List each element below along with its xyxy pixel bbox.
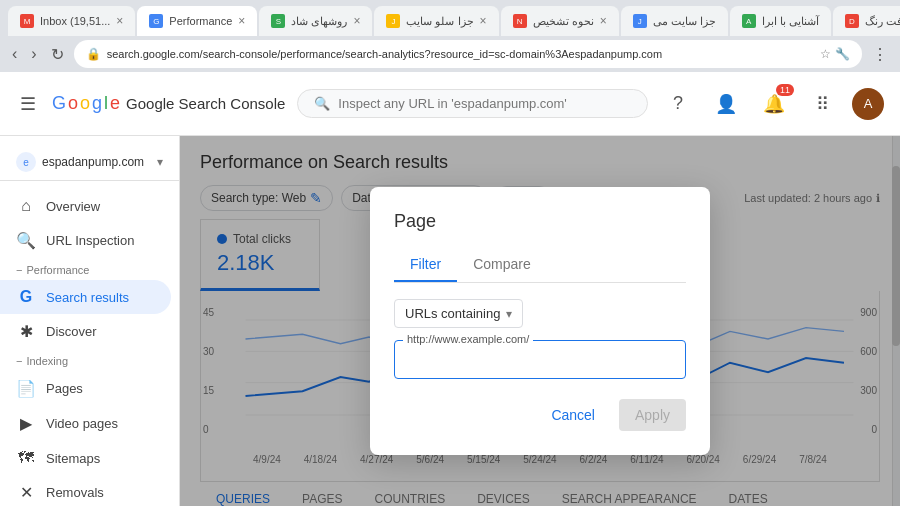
indexing-section: − Indexing bbox=[0, 349, 179, 371]
performance-toggle-icon[interactable]: − bbox=[16, 264, 22, 276]
browser-tab-7[interactable]: A آشنایی با ابرا bbox=[730, 6, 831, 36]
sidebar-item-removals[interactable]: ✕ Removals bbox=[0, 475, 171, 506]
sitemaps-icon: 🗺 bbox=[16, 449, 36, 467]
site-dropdown-icon: ▾ bbox=[157, 155, 163, 169]
topbar-icons: ? 👤 🔔 11 ⠿ A bbox=[660, 86, 884, 122]
address-bar-icons: ☆ 🔧 bbox=[820, 47, 850, 61]
sidebar-label-removals: Removals bbox=[46, 485, 104, 500]
help-button[interactable]: ? bbox=[660, 86, 696, 122]
apps-button[interactable]: ⠿ bbox=[804, 86, 840, 122]
modal-tab-filter[interactable]: Filter bbox=[394, 248, 457, 282]
back-button[interactable]: ‹ bbox=[8, 43, 21, 65]
site-name: espadanpump.com bbox=[42, 155, 151, 169]
sidebar-item-discover[interactable]: ✱ Discover bbox=[0, 314, 171, 349]
browser-tab-8[interactable]: D دلایل افت رنگ bbox=[833, 6, 900, 36]
sidebar-label-search-results: Search results bbox=[46, 290, 129, 305]
tab4-close-icon[interactable]: × bbox=[480, 14, 487, 28]
tab5-close-icon[interactable]: × bbox=[600, 14, 607, 28]
discover-icon: ✱ bbox=[16, 322, 36, 341]
modal-tab-compare[interactable]: Compare bbox=[457, 248, 547, 282]
sidebar-item-url-inspection[interactable]: 🔍 URL Inspection bbox=[0, 223, 171, 258]
url-input-label: http://www.example.com/ bbox=[403, 333, 533, 345]
forward-button[interactable]: › bbox=[27, 43, 40, 65]
user-avatar[interactable]: A bbox=[852, 88, 884, 120]
address-bar[interactable]: 🔒 ☆ 🔧 bbox=[74, 40, 862, 68]
tab6-label: جزا سایت می bbox=[653, 15, 716, 28]
video-icon: ▶ bbox=[16, 414, 36, 433]
apply-button[interactable]: Apply bbox=[619, 399, 686, 431]
tab-close-icon[interactable]: × bbox=[116, 14, 123, 28]
site-icon: e bbox=[16, 152, 36, 172]
indexing-toggle-icon[interactable]: − bbox=[16, 355, 22, 367]
tab3-close-icon[interactable]: × bbox=[353, 14, 360, 28]
main-content: Performance on Search results Search typ… bbox=[180, 136, 900, 506]
url-input-group: http://www.example.com/ bbox=[394, 340, 686, 379]
cancel-button[interactable]: Cancel bbox=[535, 399, 611, 431]
tab5-favicon: N bbox=[513, 14, 527, 28]
google-logo: Google Google Search Console bbox=[52, 93, 285, 114]
browser-tab-gmail[interactable]: M Inbox (19,51... × bbox=[8, 6, 135, 36]
sidebar-item-search-results[interactable]: G Search results bbox=[0, 280, 171, 314]
sidebar-item-sitemaps[interactable]: 🗺 Sitemaps bbox=[0, 441, 171, 475]
tab3-label: روشهای شاد bbox=[291, 15, 347, 28]
sidebar-item-pages[interactable]: 📄 Pages bbox=[0, 371, 171, 406]
notification-count: 11 bbox=[776, 84, 794, 96]
search-input[interactable] bbox=[338, 96, 631, 111]
tab3-favicon: S bbox=[271, 14, 285, 28]
hamburger-icon[interactable]: ☰ bbox=[16, 89, 40, 119]
search-results-icon: G bbox=[16, 288, 36, 306]
browser-tab-6[interactable]: J جزا سایت می bbox=[621, 6, 728, 36]
url-filter-label: URLs containing bbox=[405, 306, 500, 321]
browser-tab-4[interactable]: J جزا سلو سایب × bbox=[374, 6, 498, 36]
topbar-search[interactable]: 🔍 bbox=[297, 89, 648, 118]
browser-tab-3[interactable]: S روشهای شاد × bbox=[259, 6, 372, 36]
address-input[interactable] bbox=[107, 48, 814, 60]
accounts-button[interactable]: 👤 bbox=[708, 86, 744, 122]
url-filter-dropdown[interactable]: URLs containing ▾ bbox=[394, 299, 523, 328]
sidebar-label-pages: Pages bbox=[46, 381, 83, 396]
tab5-label: نحوه تشخیص bbox=[533, 15, 594, 28]
indexing-section-label: Indexing bbox=[26, 355, 68, 367]
tab8-favicon: D bbox=[845, 14, 859, 28]
removals-icon: ✕ bbox=[16, 483, 36, 502]
modal-tabs: Filter Compare bbox=[394, 248, 686, 283]
tab-label: Inbox (19,51... bbox=[40, 15, 110, 27]
app-name: Google Search Console bbox=[126, 95, 285, 112]
sidebar-label-url-inspection: URL Inspection bbox=[46, 233, 134, 248]
tab6-favicon: J bbox=[633, 14, 647, 28]
url-filter-input[interactable] bbox=[407, 351, 673, 370]
tab7-label: آشنایی با ابرا bbox=[762, 15, 819, 28]
site-selector[interactable]: e espadanpump.com ▾ bbox=[0, 144, 179, 181]
home-icon: ⌂ bbox=[16, 197, 36, 215]
sidebar-item-video-pages[interactable]: ▶ Video pages bbox=[0, 406, 171, 441]
modal-actions: Cancel Apply bbox=[394, 399, 686, 431]
sidebar-item-overview[interactable]: ⌂ Overview bbox=[0, 189, 171, 223]
reload-button[interactable]: ↻ bbox=[47, 43, 68, 66]
browser-tab-5[interactable]: N نحوه تشخیص × bbox=[501, 6, 619, 36]
page-filter-modal: Page Filter Compare URLs containing ▾ ht… bbox=[370, 187, 710, 455]
bell-icon: 🔔 bbox=[763, 93, 785, 115]
notifications-button[interactable]: 🔔 11 bbox=[756, 86, 792, 122]
star-icon[interactable]: ☆ bbox=[820, 47, 831, 61]
sidebar-label-overview: Overview bbox=[46, 199, 100, 214]
inspect-icon: 🔍 bbox=[16, 231, 36, 250]
extension-icon[interactable]: 🔧 bbox=[835, 47, 850, 61]
menu-icon[interactable]: ⋮ bbox=[868, 45, 892, 64]
modal-overlay: Page Filter Compare URLs containing ▾ ht… bbox=[180, 136, 900, 506]
browser-tab-performance[interactable]: G Performance × bbox=[137, 6, 257, 36]
search-icon: 🔍 bbox=[314, 96, 330, 111]
tab4-favicon: J bbox=[386, 14, 400, 28]
tab-close-active-icon[interactable]: × bbox=[238, 14, 245, 28]
topbar: ☰ Google Google Search Console 🔍 ? 👤 🔔 1… bbox=[0, 72, 900, 136]
performance-section: − Performance bbox=[0, 258, 179, 280]
tab-label-active: Performance bbox=[169, 15, 232, 27]
dropdown-arrow-icon: ▾ bbox=[506, 307, 512, 321]
sidebar-label-video-pages: Video pages bbox=[46, 416, 118, 431]
sidebar-label-discover: Discover bbox=[46, 324, 97, 339]
tab4-label: جزا سلو سایب bbox=[406, 15, 473, 28]
pages-icon: 📄 bbox=[16, 379, 36, 398]
performance-section-label: Performance bbox=[26, 264, 89, 276]
tab8-label: دلایل افت رنگ bbox=[865, 15, 900, 28]
gmail-favicon: M bbox=[20, 14, 34, 28]
lock-icon: 🔒 bbox=[86, 47, 101, 61]
